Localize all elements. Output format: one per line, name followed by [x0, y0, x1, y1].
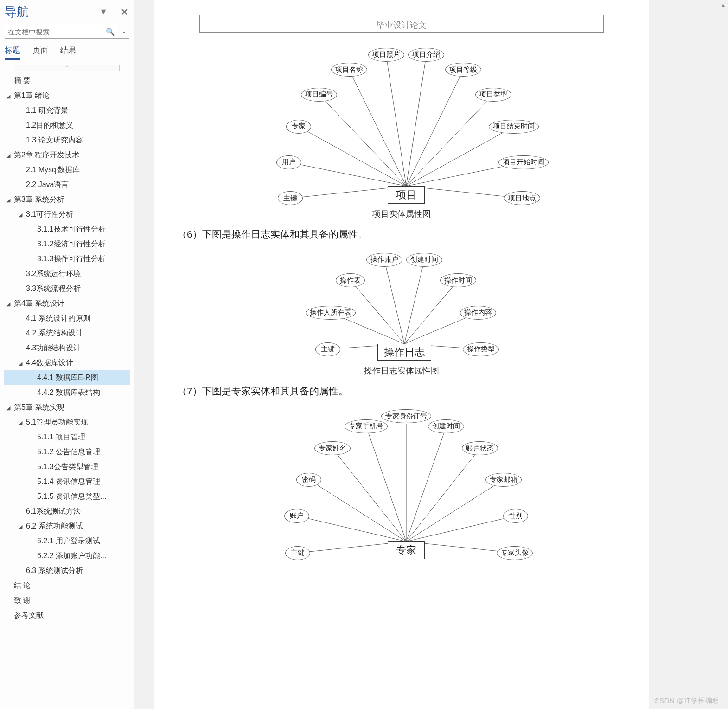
er-attribute: 主键	[278, 191, 303, 205]
er-attribute: 操作账户	[366, 253, 402, 267]
er-attribute: 创建时间	[406, 253, 442, 267]
outline-scroll-up-handle[interactable]: ⌃	[15, 65, 120, 71]
figure-caption: 操作日志实体属性图	[177, 365, 626, 376]
search-icon[interactable]: 🔍	[106, 27, 115, 36]
outline-item[interactable]: 1.3 论文研究内容	[4, 133, 130, 148]
er-attribute: 账户	[284, 509, 309, 523]
outline-item-label: 1.2目的和意义	[26, 121, 73, 129]
outline-item[interactable]: 4.1 系统设计的原则	[4, 311, 130, 326]
caret-down-icon[interactable]: ◢	[6, 196, 13, 204]
outline-item[interactable]: 摘 要	[4, 73, 130, 88]
er-diagram-expert-lines	[216, 412, 587, 560]
tab-headings[interactable]: 标题	[5, 45, 20, 60]
vertical-scrollbar[interactable]: ▲	[718, 0, 728, 709]
outline-item[interactable]: ◢3.1可行性分析	[4, 207, 130, 222]
outline-item[interactable]: 5.1.1 项目管理	[4, 430, 130, 445]
svg-line-8	[406, 100, 488, 186]
outline-item-label: 结 论	[14, 581, 31, 589]
outline-item[interactable]: 3.2系统运行环境	[4, 266, 130, 281]
figure-caption: 项目实体属性图	[177, 208, 626, 219]
svg-line-1	[296, 164, 406, 186]
outline-item-label: 2.2 Java语言	[26, 180, 69, 188]
outline-item[interactable]: 3.1.2经济可行性分析	[4, 237, 130, 251]
caret-down-icon[interactable]: ◢	[19, 419, 25, 427]
er-attribute: 操作内容	[460, 306, 496, 320]
svg-line-4	[352, 77, 406, 186]
outline-item[interactable]: ◢第2章 程序开发技术	[4, 148, 130, 162]
tab-results[interactable]: 结果	[60, 45, 76, 60]
outline-item-label: 5.1.3公告类型管理	[37, 463, 98, 471]
svg-line-18	[404, 316, 471, 344]
er-diagram-project: 项目 主键用户专家项目编号项目名称项目照片项目介绍项目等级项目类型项目结束时间项…	[216, 47, 587, 205]
outline-item[interactable]: 6.2.1 用户登录测试	[4, 534, 130, 548]
er-attribute: 操作人所在表	[306, 306, 356, 320]
outline-item-label: 6.2.2 添加账户功能...	[37, 552, 106, 560]
outline-item[interactable]: ◢5.1管理员功能实现	[4, 415, 130, 430]
caret-down-icon[interactable]: ◢	[6, 92, 13, 100]
er-entity-project: 项目	[388, 186, 425, 204]
outline-item[interactable]: ◢第4章 系统设计	[4, 296, 130, 311]
caret-down-icon[interactable]: ◢	[6, 404, 13, 412]
outline-item[interactable]: 参考文献	[4, 608, 130, 623]
svg-line-13	[338, 316, 404, 344]
outline-item[interactable]: 2.2 Java语言	[4, 177, 130, 192]
caret-down-icon[interactable]: ◢	[19, 211, 25, 219]
outline-item[interactable]: 5.1.4 资讯信息管理	[4, 474, 130, 489]
tab-pages[interactable]: 页面	[32, 45, 48, 60]
close-icon[interactable]: ✕	[121, 6, 128, 18]
caret-down-icon[interactable]: ◢	[6, 300, 13, 308]
outline-item[interactable]: ◢第5章 系统实现	[4, 400, 130, 415]
outline-item[interactable]: 6.3 系统测试分析	[4, 563, 130, 578]
nav-options-dropdown-icon[interactable]: ▼	[99, 7, 108, 17]
svg-line-17	[404, 286, 453, 344]
outline-item[interactable]: ◢6.2 系统功能测试	[4, 519, 130, 534]
outline-item-label: 第4章 系统设计	[14, 299, 64, 307]
outline-item[interactable]: 2.1 Mysql数据库	[4, 162, 130, 177]
outline-item-label: 1.1 研究背景	[26, 106, 68, 114]
er-attribute: 操作类型	[463, 342, 499, 356]
svg-line-16	[404, 267, 422, 344]
nav-search-box[interactable]: 🔍	[5, 25, 118, 39]
outline-item[interactable]: 4.4.2 数据库表结构	[4, 385, 130, 400]
outline-item[interactable]: 4.2 系统结构设计	[4, 326, 130, 341]
outline-item-label: 2.1 Mysql数据库	[26, 166, 80, 174]
outline-item[interactable]: 6.2.2 添加账户功能...	[4, 548, 130, 563]
navigation-pane: 导航 ▼ ✕ 🔍 ⌄ 标题 页面 结果 ⌃ 摘 要◢第1章 绪论1.1 研究背景…	[0, 0, 134, 709]
outline-item[interactable]: 4.3功能结构设计	[4, 341, 130, 355]
svg-line-5	[387, 62, 406, 186]
outline-item-label: 4.4数据库设计	[26, 359, 73, 367]
outline-item-label: 3.3系统流程分析	[26, 284, 81, 292]
outline-item-label: 4.2 系统结构设计	[26, 329, 83, 337]
outline-item[interactable]: 5.1.3公告类型管理	[4, 459, 130, 474]
outline-item[interactable]: 3.1.3操作可行性分析	[4, 251, 130, 266]
svg-line-14	[356, 286, 404, 344]
er-attribute: 性别	[503, 509, 528, 523]
search-dropdown-icon[interactable]: ⌄	[118, 25, 129, 39]
outline-item[interactable]: 4.4.1 数据库E-R图	[4, 370, 130, 385]
outline-item-label: 3.2系统运行环境	[26, 270, 81, 277]
scroll-up-icon[interactable]: ▲	[718, 0, 728, 10]
caret-down-icon[interactable]: ◢	[19, 360, 25, 367]
outline-item[interactable]: 3.1.1技术可行性分析	[4, 222, 130, 237]
caret-down-icon[interactable]: ◢	[19, 523, 25, 531]
search-input[interactable]	[8, 28, 104, 36]
outline-item[interactable]: ◢第3章 系统分析	[4, 192, 130, 207]
outline-item[interactable]: 6.1系统测试方法	[4, 504, 130, 519]
outline-item[interactable]: 1.1 研究背景	[4, 103, 130, 118]
outline-item-label: 第3章 系统分析	[14, 195, 64, 203]
er-attribute: 项目介绍	[408, 48, 444, 62]
er-attribute: 项目名称	[331, 63, 367, 77]
outline-item[interactable]: ◢4.4数据库设计	[4, 355, 130, 370]
outline-item[interactable]: 结 论	[4, 578, 130, 593]
outline-item[interactable]: 5.1.5 资讯信息类型...	[4, 489, 130, 504]
outline-item-label: 3.1.2经济可行性分析	[37, 240, 106, 248]
outline-item[interactable]: ◢第1章 绪论	[4, 88, 130, 103]
outline-item-label: 5.1.5 资讯信息类型...	[37, 492, 106, 500]
caret-down-icon[interactable]: ◢	[6, 152, 13, 160]
outline-item[interactable]: 3.3系统流程分析	[4, 281, 130, 296]
outline-item[interactable]: 致 谢	[4, 593, 130, 608]
outline-item[interactable]: 1.2目的和意义	[4, 118, 130, 133]
outline-item-label: 致 谢	[14, 596, 31, 604]
page-header-title: 毕业设计论文	[200, 19, 603, 33]
outline-item[interactable]: 5.1.2 公告信息管理	[4, 445, 130, 459]
